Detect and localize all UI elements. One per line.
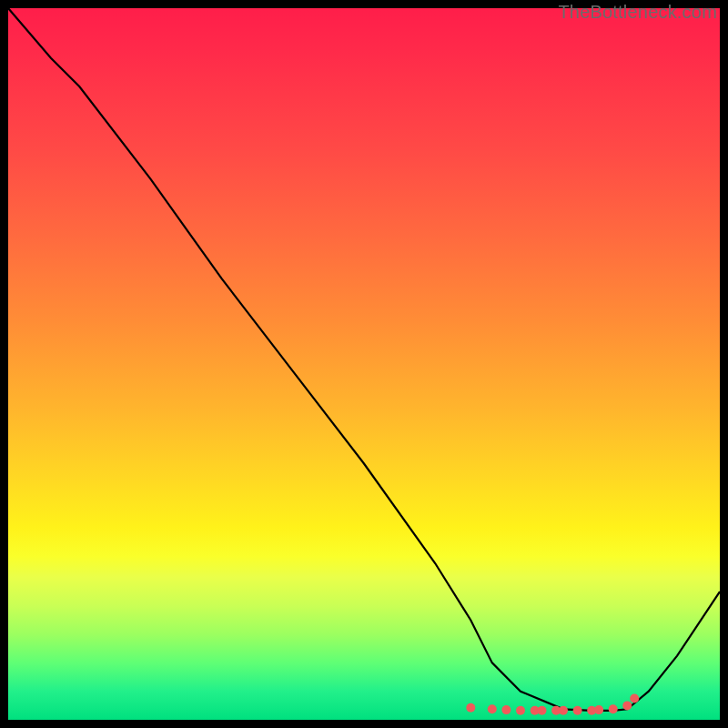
marker-dot xyxy=(594,705,603,714)
marker-dot xyxy=(488,704,497,713)
watermark-text: TheBottleneck.com xyxy=(558,2,717,23)
marker-dot xyxy=(466,703,475,713)
chart-svg xyxy=(8,8,720,720)
curve-line xyxy=(8,8,720,711)
marker-dot xyxy=(516,706,525,715)
marker-dot xyxy=(559,706,568,715)
plot-area xyxy=(8,8,720,720)
marker-dot xyxy=(609,704,618,713)
marker-dot xyxy=(538,706,547,715)
chart-frame: TheBottleneck.com xyxy=(0,0,728,728)
marker-dot xyxy=(573,706,582,715)
marker-dot xyxy=(501,705,511,714)
marker-dot xyxy=(622,701,632,710)
marker-dot xyxy=(630,694,639,703)
